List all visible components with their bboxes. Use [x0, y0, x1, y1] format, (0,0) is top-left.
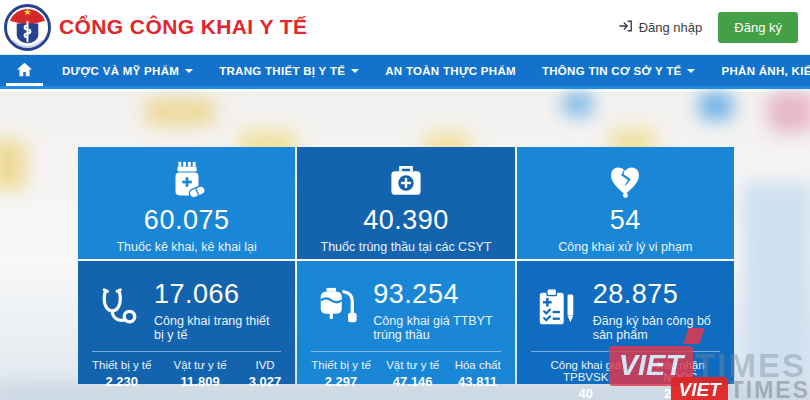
substats: Thiết bị y tế 2.230 Vật tư y tế 11.809 I… — [78, 359, 295, 389]
nav-item-label: PHẢN ÁNH, KIẾN NGHỊ — [721, 65, 810, 77]
stat-card-violations[interactable]: 54 Công khai xử lý vi phạm — [517, 147, 734, 259]
divider — [531, 351, 720, 352]
pill-bottle-icon — [165, 158, 209, 204]
stat-value: 28.875 — [593, 278, 718, 312]
stethoscope-icon — [96, 286, 140, 334]
stat-label: Thuốc trúng thầu tại các CSYT — [321, 240, 492, 254]
clipboard-check-icon — [535, 286, 579, 334]
stat-value: 40.390 — [363, 204, 449, 238]
stat-card-ttbyt-price[interactable]: 93.254 Công khai giá TTBYT trúng thầu Th… — [297, 261, 514, 384]
nav-item-label: AN TOÀN THỰC PHẨM — [385, 65, 516, 77]
background-blur — [742, 182, 810, 382]
stats-panel: 60.075 Thuốc kê khai, kê khai lại 40.390… — [78, 147, 734, 384]
register-button[interactable]: Đăng ký — [718, 12, 798, 43]
nav-item-phan-anh-kien-nghi[interactable]: PHẢN ÁNH, KIẾN NGHỊ — [708, 55, 810, 86]
nav-home[interactable] — [0, 55, 49, 86]
background-blur — [563, 92, 593, 116]
header-actions: Đăng nhập Đăng ký — [619, 12, 798, 43]
broken-heart-icon — [603, 158, 647, 204]
substat: Vật tư y tế 11.809 — [174, 359, 227, 389]
chevron-down-icon — [351, 69, 359, 73]
page: CỔNG CÔNG KHAI Y TẾ Đăng nhập Đăng ký — [0, 0, 810, 400]
nav-item-an-toan-thuc-pham[interactable]: AN TOÀN THỰC PHẨM — [372, 55, 529, 86]
substat: Công khai giá TPBVSK 40 — [531, 359, 641, 400]
substat: Xác nhận NDQC 2.724 — [641, 359, 720, 400]
header: CỔNG CÔNG KHAI Y TẾ Đăng nhập Đăng ký — [0, 0, 810, 55]
stat-value: 93.254 — [373, 278, 498, 312]
stat-value: 54 — [610, 204, 641, 238]
iv-drip-icon — [315, 286, 359, 334]
main-nav: DƯỢC VÀ MỸ PHẨM TRANG THIẾT BỊ Y TẾ AN T… — [0, 55, 810, 89]
stat-card-product-announcement[interactable]: 28.875 Đăng ký bản công bố sản phẩm Công… — [517, 261, 734, 384]
login-label: Đăng nhập — [639, 20, 703, 35]
chevron-down-icon — [687, 69, 695, 73]
page-title: CỔNG CÔNG KHAI Y TẾ — [59, 15, 307, 39]
stat-main: 93.254 Công khai giá TTBYT trúng thầu — [373, 278, 498, 342]
substat: Thiết bị y tế 2.297 — [311, 359, 370, 389]
substat: IVD 3.027 — [249, 359, 282, 389]
substat: Hóa chất 43.811 — [455, 359, 501, 389]
substats: Công khai giá TPBVSK 40 Xác nhận NDQC 2.… — [517, 359, 734, 400]
substats: Thiết bị y tế 2.297 Vật tư y tế 47.146 H… — [297, 359, 514, 389]
substat: Vật tư y tế 47.146 — [386, 359, 439, 389]
stat-card-drug-declaration[interactable]: 60.075 Thuốc kê khai, kê khai lại — [78, 147, 295, 259]
first-aid-kit-icon — [385, 158, 427, 204]
chevron-down-icon — [185, 69, 193, 73]
nav-item-label: TRANG THIẾT BỊ Y TẾ — [219, 65, 345, 77]
stat-label: Công khai trang thiết bị y tế — [154, 314, 279, 342]
nav-item-duoc-va-my-pham[interactable]: DƯỢC VÀ MỸ PHẨM — [49, 55, 206, 86]
stat-main: 17.066 Công khai trang thiết bị y tế — [154, 278, 279, 342]
stat-card-drug-bidding[interactable]: 40.390 Thuốc trúng thầu tại các CSYT — [297, 147, 514, 259]
ministry-of-health-logo-icon[interactable] — [4, 4, 51, 51]
content-background: 60.075 Thuốc kê khai, kê khai lại 40.390… — [0, 92, 810, 400]
sign-in-icon — [619, 19, 633, 36]
login-link[interactable]: Đăng nhập — [619, 19, 703, 36]
background-blur — [699, 92, 733, 120]
stat-value: 17.066 — [154, 278, 279, 312]
stat-label: Công khai xử lý vi phạm — [558, 240, 692, 254]
divider — [92, 351, 281, 352]
background-blur — [0, 140, 26, 190]
divider — [311, 351, 500, 352]
substat: Thiết bị y tế 2.230 — [92, 359, 151, 389]
stat-label: Công khai giá TTBYT trúng thầu — [373, 314, 498, 342]
background-blur — [768, 92, 810, 132]
nav-item-trang-thiet-bi-y-te[interactable]: TRANG THIẾT BỊ Y TẾ — [206, 55, 372, 86]
stat-value: 60.075 — [144, 204, 230, 238]
nav-item-label: DƯỢC VÀ MỸ PHẨM — [62, 65, 179, 77]
stat-card-medical-equipment[interactable]: 17.066 Công khai trang thiết bị y tế Thi… — [78, 261, 295, 384]
stat-label: Thuốc kê khai, kê khai lại — [116, 240, 256, 254]
background-blur — [145, 98, 215, 126]
nav-item-label: THÔNG TIN CƠ SỞ Y TẾ — [542, 65, 682, 77]
nav-item-thong-tin-co-so-y-te[interactable]: THÔNG TIN CƠ SỞ Y TẾ — [529, 55, 709, 86]
home-icon — [16, 62, 33, 79]
